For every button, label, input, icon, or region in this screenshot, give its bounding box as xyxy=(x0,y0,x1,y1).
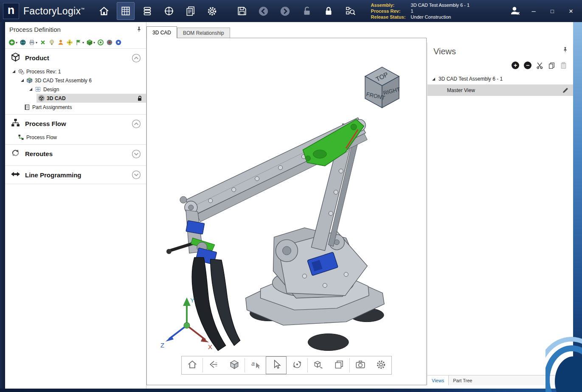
ring-blue-button[interactable] xyxy=(115,39,122,46)
ring-green-button[interactable] xyxy=(97,39,104,46)
snapshot-button[interactable] xyxy=(350,356,371,374)
release-status-value: Under Construction xyxy=(411,14,470,20)
materials-button[interactable] xyxy=(138,2,156,20)
back-button[interactable] xyxy=(255,2,273,20)
app-logo: n xyxy=(3,3,19,19)
remove-view-button[interactable]: − xyxy=(524,62,531,69)
expand-line-programming-button[interactable] xyxy=(132,170,141,179)
caret-icon: ▾ xyxy=(82,41,84,45)
tree-item-part-assignments[interactable]: Part Assignments xyxy=(5,103,146,112)
expander-icon[interactable] xyxy=(432,77,436,81)
save-button[interactable] xyxy=(233,2,251,20)
tree-item-3d-cad[interactable]: 3D CAD xyxy=(5,94,146,103)
hide-part-button[interactable] xyxy=(203,356,224,374)
section-line-programming[interactable]: Line Programming xyxy=(5,165,146,184)
master-view-label: Master View xyxy=(447,87,475,93)
tree-item-assembly[interactable]: 3D CAD Test Assembly 6 xyxy=(5,76,146,85)
ring-red-button[interactable] xyxy=(106,39,113,46)
tree-item-label: Process Rev: 1 xyxy=(26,69,61,75)
cut-view-button[interactable] xyxy=(536,62,543,69)
expander-icon[interactable] xyxy=(29,87,33,91)
home-view-icon xyxy=(187,359,198,372)
view-cube[interactable]: TOP FRONT RIGHT xyxy=(356,62,407,113)
view-home-button[interactable] xyxy=(182,356,202,374)
collapse-process-flow-button[interactable] xyxy=(132,119,141,129)
operator-orange-button[interactable] xyxy=(57,39,64,46)
web-link-button[interactable] xyxy=(20,39,26,46)
process-flow-icon xyxy=(10,118,21,130)
section-reroutes[interactable]: Reroutes xyxy=(5,144,146,163)
expander-icon[interactable] xyxy=(20,78,25,82)
product-icon xyxy=(10,52,21,64)
tree-item-label: Part Assignments xyxy=(32,104,72,110)
cube-button[interactable]: ▾ xyxy=(86,39,95,46)
unlock-button[interactable] xyxy=(298,2,316,20)
add-view-button[interactable]: + xyxy=(512,62,519,69)
tab-part-tree[interactable]: Part Tree xyxy=(449,375,476,385)
cad-viewport[interactable]: TOP FRONT RIGHT Y Z X a xyxy=(146,38,427,385)
design-icon xyxy=(35,86,41,92)
tree-item-process-rev[interactable]: Process Rev: 1 xyxy=(5,67,146,76)
svg-text:a: a xyxy=(251,360,255,367)
document-tabs: 3D CAD BOM Relationship xyxy=(146,26,427,38)
section-process-flow[interactable]: Process Flow xyxy=(5,114,146,133)
audit-trail-button[interactable] xyxy=(341,2,359,20)
section-product[interactable]: Product xyxy=(5,48,146,67)
edit-view-button[interactable] xyxy=(562,87,569,94)
maximize-button[interactable]: □ xyxy=(548,7,557,15)
select-cursor-button[interactable] xyxy=(266,356,287,374)
user-logout-button[interactable] xyxy=(511,7,519,15)
selected-tree-item[interactable]: 3D CAD xyxy=(37,94,146,103)
section-product-label: Product xyxy=(25,54,49,62)
line-programming-icon xyxy=(10,169,21,181)
orbit-button[interactable] xyxy=(287,356,307,374)
home-button[interactable] xyxy=(95,2,113,20)
bulb-gray-button[interactable] xyxy=(48,39,55,46)
print-button[interactable]: ▾ xyxy=(28,39,37,46)
flower-button[interactable] xyxy=(66,39,73,46)
settings-button[interactable] xyxy=(203,2,221,20)
axis-triad: Y Z X xyxy=(156,295,220,354)
section-view-button[interactable] xyxy=(329,356,349,374)
views-tree-root[interactable]: 3D CAD Test Assembly 6 - 1 xyxy=(427,73,573,85)
process-definition-panel: Process Definition ▾ ▾ ▾ ▾ Product Proce… xyxy=(5,22,146,389)
forward-button[interactable] xyxy=(276,2,294,20)
forward-icon xyxy=(279,6,291,17)
tree-item-label: 3D CAD Test Assembly 6 xyxy=(35,78,92,84)
tab-bom-relationship[interactable]: BOM Relationship xyxy=(177,28,230,38)
select-label-button[interactable]: a xyxy=(245,356,266,374)
close-button[interactable]: ✕ xyxy=(567,7,575,15)
notebook-icon xyxy=(24,104,30,110)
reports-button[interactable] xyxy=(182,2,200,20)
tab-3d-cad[interactable]: 3D CAD xyxy=(146,26,177,38)
reroutes-icon xyxy=(10,148,21,160)
views-panel-pin-button[interactable] xyxy=(562,47,568,53)
layers-icon xyxy=(142,6,153,17)
tree-item-process-flow[interactable]: Process Flow xyxy=(5,133,146,142)
collapse-product-button[interactable] xyxy=(132,53,141,63)
flag-button[interactable]: ▾ xyxy=(75,39,84,46)
process-rev-label: Process Rev: xyxy=(371,8,408,14)
paste-view-button[interactable] xyxy=(560,62,567,69)
fit-view-button[interactable] xyxy=(308,356,329,374)
tab-views[interactable]: Views xyxy=(427,375,449,385)
views-tree-master-view[interactable]: Master View xyxy=(427,85,573,96)
navigate-button[interactable] xyxy=(160,2,178,20)
expand-reroutes-button[interactable] xyxy=(132,149,141,159)
iso-view-button[interactable] xyxy=(224,356,245,374)
transfer-button[interactable] xyxy=(39,39,46,46)
expander-icon[interactable] xyxy=(12,70,16,73)
view-settings-button[interactable] xyxy=(371,356,391,374)
lock-button[interactable] xyxy=(320,2,337,20)
left-panel-pin-button[interactable] xyxy=(136,26,142,32)
copy-view-button[interactable] xyxy=(548,62,555,69)
minimize-button[interactable]: ─ xyxy=(529,7,538,15)
add-button[interactable]: ▾ xyxy=(8,39,17,46)
user-x-icon xyxy=(509,5,520,17)
window-left-border xyxy=(0,22,5,392)
hide-icon xyxy=(208,359,219,372)
tree-item-design[interactable]: Design xyxy=(5,85,146,94)
process-definition-icon xyxy=(120,6,131,17)
logo-letter: n xyxy=(8,4,15,17)
process-definition-button[interactable] xyxy=(117,2,135,20)
